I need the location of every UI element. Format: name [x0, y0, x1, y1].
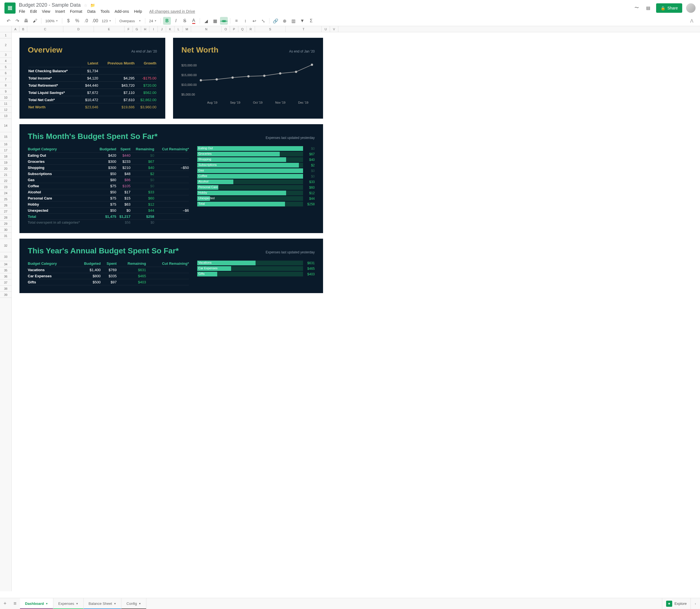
chart-icon[interactable]: ▥	[290, 17, 297, 25]
paint-format-icon[interactable]: 🖌	[31, 17, 39, 25]
col-header[interactable]: R	[247, 26, 255, 32]
sheets-app-icon[interactable]	[4, 2, 16, 14]
col-header[interactable]: P	[230, 26, 238, 32]
col-header[interactable]: S	[255, 26, 285, 32]
col-header[interactable]: G	[133, 26, 141, 32]
font-select[interactable]: Overpass▼	[118, 19, 143, 23]
row-header[interactable]: 2	[0, 38, 12, 52]
row-header[interactable]: 18	[0, 153, 12, 159]
col-header[interactable]: D	[63, 26, 94, 32]
row-header[interactable]: 14	[0, 119, 12, 132]
activity-icon[interactable]: 〜	[633, 4, 641, 12]
zoom-select[interactable]: 100%▼	[43, 19, 60, 23]
avatar[interactable]	[686, 3, 696, 13]
star-icon[interactable]: ☆	[84, 3, 88, 7]
menu-insert[interactable]: Insert	[55, 9, 65, 14]
row-header[interactable]: 7	[0, 76, 12, 82]
redo-icon[interactable]: ↷	[13, 17, 21, 25]
row-header[interactable]: 31	[0, 233, 12, 239]
row-header[interactable]: 13	[0, 113, 12, 119]
comment-icon[interactable]: ⊕	[281, 17, 288, 25]
row-header[interactable]: 9	[0, 88, 12, 94]
print-icon[interactable]: 🖶	[22, 17, 30, 25]
row-header[interactable]: 37	[0, 279, 12, 285]
menu-file[interactable]: File	[19, 9, 25, 14]
col-header[interactable]: L	[174, 26, 183, 32]
row-header[interactable]: 22	[0, 178, 12, 184]
link-icon[interactable]: 🔗	[272, 17, 279, 25]
share-button[interactable]: 🔒 Share	[656, 3, 682, 13]
bold-button[interactable]: B	[163, 17, 171, 25]
row-header[interactable]: 6	[0, 70, 12, 76]
row-header[interactable]: 11	[0, 101, 12, 107]
col-header[interactable]: J	[158, 26, 166, 32]
col-header[interactable]: E	[94, 26, 124, 32]
menu-addons[interactable]: Add-ons	[115, 9, 129, 14]
save-status[interactable]: All changes saved in Drive	[149, 9, 195, 14]
wrap-button[interactable]: ↩	[250, 17, 258, 25]
menu-data[interactable]: Data	[87, 9, 95, 14]
strike-button[interactable]: S	[181, 17, 189, 25]
col-header[interactable]: O	[222, 26, 230, 32]
col-header[interactable]: N	[191, 26, 222, 32]
col-header[interactable]: V	[330, 26, 338, 32]
menu-format[interactable]: Format	[70, 9, 82, 14]
row-header[interactable]: 8	[0, 82, 12, 88]
number-format-select[interactable]: 123▼	[100, 19, 113, 23]
col-header[interactable]: B	[19, 26, 27, 32]
col-header[interactable]: Q	[238, 26, 247, 32]
functions-icon[interactable]: Σ	[307, 17, 315, 25]
row-header[interactable]: 26	[0, 202, 12, 208]
row-header[interactable]: 32	[0, 239, 12, 252]
row-header[interactable]: 1	[0, 32, 12, 38]
menu-edit[interactable]: Edit	[30, 9, 37, 14]
row-header[interactable]: 3	[0, 52, 12, 58]
row-header[interactable]: 36	[0, 273, 12, 279]
textcolor-button[interactable]: A	[190, 17, 197, 25]
col-header[interactable]: T	[285, 26, 322, 32]
row-header[interactable]: 20	[0, 166, 12, 172]
row-header[interactable]: 21	[0, 172, 12, 178]
currency-icon[interactable]: $	[65, 17, 72, 25]
menu-tools[interactable]: Tools	[101, 9, 110, 14]
italic-button[interactable]: I	[172, 17, 180, 25]
row-header[interactable]: 5	[0, 64, 12, 70]
row-header[interactable]: 24	[0, 190, 12, 196]
undo-icon[interactable]: ↶	[4, 17, 12, 25]
row-header[interactable]: 34	[0, 261, 12, 267]
row-header[interactable]: 35	[0, 267, 12, 273]
sheet-canvas[interactable]: Overview As end of Jan '20 LatestPreviou…	[12, 32, 700, 591]
row-header[interactable]: 28	[0, 214, 12, 221]
rotate-button[interactable]: ⤡	[259, 17, 267, 25]
row-header[interactable]: 15	[0, 132, 12, 141]
row-header[interactable]: 29	[0, 221, 12, 227]
menu-help[interactable]: Help	[134, 9, 142, 14]
row-header[interactable]: 4	[0, 58, 12, 64]
col-header[interactable]: H	[141, 26, 150, 32]
col-header[interactable]: C	[27, 26, 63, 32]
col-header[interactable]: M	[183, 26, 191, 32]
collapse-toolbar-icon[interactable]: ᐱ	[688, 17, 696, 25]
col-header[interactable]: U	[322, 26, 330, 32]
row-header[interactable]: 25	[0, 196, 12, 202]
halign-button[interactable]: ≡	[232, 17, 240, 25]
row-header[interactable]: 16	[0, 141, 12, 147]
percent-icon[interactable]: %	[73, 17, 81, 25]
row-header[interactable]: 19	[0, 159, 12, 166]
row-header[interactable]: 30	[0, 227, 12, 233]
comments-icon[interactable]: ▤	[645, 4, 652, 12]
fillcolor-button[interactable]: ◢	[202, 17, 210, 25]
row-header[interactable]: 39	[0, 292, 12, 298]
row-header[interactable]: 27	[0, 208, 12, 214]
fontsize-select[interactable]: 24▼	[147, 19, 158, 23]
merge-button[interactable]: ⇥⇤	[220, 17, 228, 25]
filter-icon[interactable]: ▼	[298, 17, 306, 25]
row-header[interactable]: 33	[0, 252, 12, 261]
menu-view[interactable]: View	[42, 9, 50, 14]
decrease-decimal-icon[interactable]: .0	[82, 17, 90, 25]
valign-button[interactable]: ↕	[241, 17, 249, 25]
row-header[interactable]: 12	[0, 107, 12, 113]
increase-decimal-icon[interactable]: .00	[91, 17, 99, 25]
col-header[interactable]: A	[12, 26, 19, 32]
row-header[interactable]: 38	[0, 285, 12, 292]
